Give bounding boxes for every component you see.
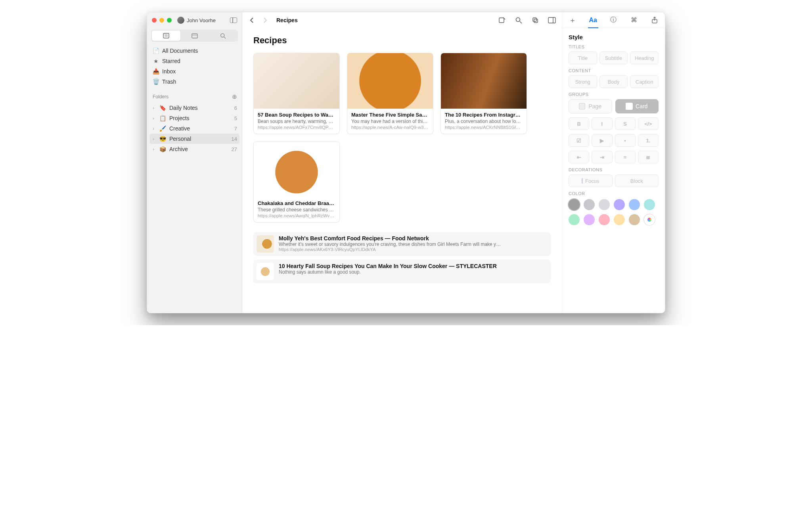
inspector-tab-info[interactable]: ⓘ xyxy=(607,13,619,28)
close-window-button[interactable] xyxy=(152,18,157,23)
color-swatch[interactable] xyxy=(644,199,655,210)
color-swatch[interactable] xyxy=(629,199,640,210)
add-folder-button[interactable]: ⊕ xyxy=(232,93,237,100)
link-card[interactable]: Chakalaka and Cheddar Braaibr…These gril… xyxy=(253,141,340,222)
color-swatch[interactable] xyxy=(614,214,625,225)
minimize-window-button[interactable] xyxy=(159,18,164,23)
nav-label: Inbox xyxy=(162,68,176,75)
nav-all-documents[interactable]: 📄 All Documents xyxy=(149,46,239,56)
nav-trash[interactable]: 🗑️ Trash xyxy=(149,77,239,87)
toolbar-right xyxy=(498,16,556,25)
app-window: John Voorhe 📄 All Documents ★ Starred xyxy=(147,12,665,313)
chevron-right-icon: › xyxy=(151,136,156,141)
group-page[interactable]: Page xyxy=(569,99,612,113)
duplicate-button[interactable] xyxy=(531,16,540,25)
titles-segment: TitleSubtitleHeading xyxy=(569,52,659,64)
document-list-icon xyxy=(163,33,169,38)
inspector-tab-style[interactable]: Aa xyxy=(587,13,599,28)
tab-documents-view[interactable] xyxy=(152,31,180,41)
toggle-inspector-button[interactable] xyxy=(548,16,556,25)
format-button[interactable]: ≡ xyxy=(615,151,636,163)
decorations-segment: FocusBlock xyxy=(569,174,659,187)
style-content-strong[interactable]: Strong xyxy=(569,75,597,88)
style-title-heading[interactable]: Heading xyxy=(630,52,659,64)
folder-item-daily-notes[interactable]: ›🔖Daily Notes6 xyxy=(149,103,239,113)
color-swatch[interactable] xyxy=(629,214,640,225)
sidebar-nav: 📄 All Documents ★ Starred 📥 Inbox 🗑️ Tra… xyxy=(147,45,242,88)
tab-calendar-view[interactable] xyxy=(180,31,209,41)
card-grid: 57 Bean Soup Recipes to Warm…Bean soups … xyxy=(253,53,551,222)
color-swatch[interactable] xyxy=(569,199,580,210)
format-button[interactable]: ☑︎ xyxy=(569,134,589,147)
group-card[interactable]: Card xyxy=(615,99,659,113)
inspector-tab-add[interactable]: ＋ xyxy=(567,13,578,28)
inspector-tab-share[interactable] xyxy=(649,13,661,28)
style-content-caption[interactable]: Caption xyxy=(630,75,659,88)
color-swatch[interactable] xyxy=(614,199,625,210)
folder-emoji: 📋 xyxy=(159,115,166,121)
link-card[interactable]: The 10 Recipes From Instagram…Plus, a co… xyxy=(440,53,527,134)
folder-label: Archive xyxy=(169,146,228,152)
format-button[interactable]: 1. xyxy=(638,134,659,147)
chevron-right-icon xyxy=(262,17,267,23)
back-button[interactable] xyxy=(248,16,257,25)
folder-item-projects[interactable]: ›📋Projects5 xyxy=(149,113,239,123)
format-button[interactable]: ⇥ xyxy=(592,151,612,163)
search-button[interactable] xyxy=(514,16,523,25)
content-segment: StrongBodyCaption xyxy=(569,75,659,88)
color-swatch[interactable] xyxy=(584,199,595,210)
folder-item-creative[interactable]: ›🖌️Creative7 xyxy=(149,123,239,134)
copy-icon xyxy=(532,17,539,24)
window-controls xyxy=(152,18,172,23)
style-title-subtitle[interactable]: Subtitle xyxy=(599,52,628,64)
color-swatch[interactable] xyxy=(584,214,595,225)
color-picker-button[interactable] xyxy=(644,214,655,225)
decoration-block[interactable]: Block xyxy=(615,174,659,187)
sidebar: John Voorhe 📄 All Documents ★ Starred xyxy=(147,12,242,313)
svg-point-9 xyxy=(516,17,520,21)
format-button[interactable]: S xyxy=(615,117,636,130)
style-title-title[interactable]: Title xyxy=(569,52,597,64)
link-list-item[interactable]: Molly Yeh's Best Comfort Food Recipes — … xyxy=(253,232,551,256)
format-button[interactable]: • xyxy=(615,134,636,147)
card-description: These grilled cheese sandwiches are t… xyxy=(258,207,335,213)
nav-inbox[interactable]: 📥 Inbox xyxy=(149,66,239,77)
folder-label: Projects xyxy=(169,115,231,121)
card-title: Chakalaka and Cheddar Braaibr… xyxy=(258,200,335,206)
decoration-focus[interactable]: Focus xyxy=(569,174,613,187)
format-button[interactable]: I xyxy=(592,117,612,130)
compose-icon xyxy=(498,17,506,24)
link-list-item[interactable]: 10 Hearty Fall Soup Recipes You Can Make… xyxy=(253,260,551,284)
card-title: Master These Five Simple Sauc… xyxy=(351,112,429,118)
username: John Voorhe xyxy=(187,17,216,23)
format-button[interactable]: ≣ xyxy=(638,151,659,163)
folder-count: 27 xyxy=(232,146,237,152)
history-nav xyxy=(248,16,269,25)
inspector-tabs: ＋ Aa ⓘ ⌘ xyxy=(562,12,665,28)
account-menu[interactable]: John Voorhe xyxy=(177,17,224,24)
folder-item-archive[interactable]: ›📦Archive27 xyxy=(149,144,239,154)
trash-icon: 🗑️ xyxy=(153,79,159,85)
link-card[interactable]: 57 Bean Soup Recipes to Warm…Bean soups … xyxy=(253,53,340,134)
inspector-tab-shortcuts[interactable]: ⌘ xyxy=(628,13,640,28)
nav-label: All Documents xyxy=(162,48,198,54)
zoom-window-button[interactable] xyxy=(167,18,172,23)
forward-button[interactable] xyxy=(260,16,269,25)
format-button[interactable]: </> xyxy=(638,117,659,130)
color-swatch[interactable] xyxy=(599,214,610,225)
sidebar-toggle-icon[interactable] xyxy=(230,17,237,23)
svg-rect-13 xyxy=(548,17,555,23)
nav-starred[interactable]: ★ Starred xyxy=(149,56,239,66)
format-button[interactable]: ▶ xyxy=(592,134,612,147)
color-swatch[interactable] xyxy=(569,214,580,225)
style-content-body[interactable]: Body xyxy=(599,75,628,88)
format-button[interactable]: ⇤ xyxy=(569,151,589,163)
compose-button[interactable] xyxy=(498,16,506,25)
format-button[interactable]: B xyxy=(569,117,589,130)
folder-item-personal[interactable]: ›😎Personal14 xyxy=(149,134,239,144)
inspector-heading: Style xyxy=(569,34,659,40)
tab-search-view[interactable] xyxy=(209,31,237,41)
document-icon: 📄 xyxy=(153,48,159,54)
link-card[interactable]: Master These Five Simple Sauc…You may ha… xyxy=(347,53,433,134)
color-swatch[interactable] xyxy=(599,199,610,210)
